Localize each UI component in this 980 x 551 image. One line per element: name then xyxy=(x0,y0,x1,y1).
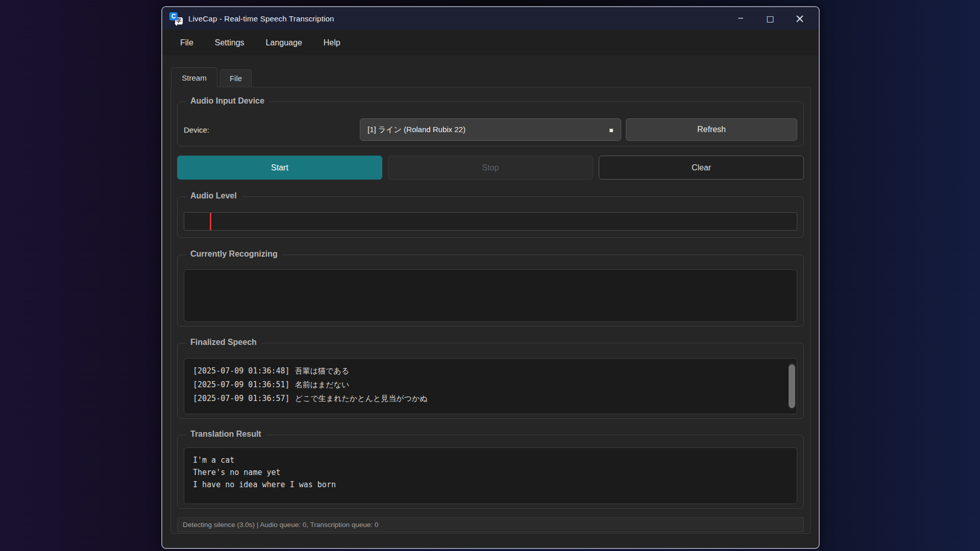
finalized-timestamp: [2025-07-09 01:36:57] xyxy=(193,394,290,403)
device-dropdown[interactable]: [1] ライン (Roland Rubix 22) ▪ xyxy=(360,118,621,141)
menu-item-settings[interactable]: Settings xyxy=(204,34,255,52)
recognizing-textbox[interactable] xyxy=(184,269,797,322)
finalized-line: [2025-07-09 01:36:57]どこで生まれたかとんと見当がつかぬ xyxy=(193,392,783,406)
app-icon-letter: C xyxy=(169,12,178,20)
finalized-line: [2025-07-09 01:36:51]名前はまだない xyxy=(193,378,783,392)
window-controls: ─ □ × xyxy=(726,9,815,28)
dropdown-indicator-icon: ▪ xyxy=(609,126,614,134)
audio-level-meter xyxy=(184,212,797,231)
audio-level-title: Audio Level xyxy=(186,191,241,201)
scrollbar-thumb[interactable] xyxy=(789,364,795,408)
audio-input-device-group: Audio Input Device Device: [1] ライン (Rola… xyxy=(177,102,804,146)
scrollbar-track[interactable] xyxy=(789,361,795,411)
finalized-text: 吾輩は猫である xyxy=(295,366,349,375)
refresh-button[interactable]: Refresh xyxy=(626,118,797,141)
device-label: Device: xyxy=(184,126,360,134)
finalized-speech-title: Finalized Speech xyxy=(186,338,261,347)
minimize-icon[interactable]: ─ xyxy=(726,9,755,28)
translation-line: There's no name yet xyxy=(193,466,789,479)
menu-item-language[interactable]: Language xyxy=(255,34,313,52)
translation-line: I have no idea where I was born xyxy=(193,479,789,491)
finalized-text: どこで生まれたかとんと見当がつかぬ xyxy=(295,394,428,403)
menu-item-file[interactable]: File xyxy=(169,34,204,52)
currently-recognizing-group: Currently Recognizing xyxy=(177,255,804,327)
maximize-icon[interactable]: □ xyxy=(755,9,785,28)
finalized-timestamp: [2025-07-09 01:36:48] xyxy=(193,366,290,375)
currently-recognizing-title: Currently Recognizing xyxy=(186,249,282,259)
translation-textbox[interactable]: I'm a cat There's no name yet I have no … xyxy=(184,447,797,504)
audio-level-group: Audio Level xyxy=(177,196,804,238)
finalized-timestamp: [2025-07-09 01:36:51] xyxy=(193,380,290,389)
tab-file[interactable]: File xyxy=(220,69,252,87)
translation-result-group: Translation Result I'm a cat There's no … xyxy=(177,435,804,509)
window-title: LiveCap - Real-time Speech Transcription xyxy=(188,14,334,23)
title-bar[interactable]: 字 C LiveCap - Real-time Speech Transcrip… xyxy=(162,7,819,30)
finalized-speech-textbox[interactable]: [2025-07-09 01:36:48]吾輩は猫である [2025-07-09… xyxy=(184,358,797,414)
translation-line: I'm a cat xyxy=(193,454,789,466)
finalized-line: [2025-07-09 01:36:48]吾輩は猫である xyxy=(193,364,783,378)
finalized-speech-group: Finalized Speech [2025-07-09 01:36:48]吾輩… xyxy=(177,343,804,419)
app-icon: 字 C xyxy=(169,12,183,25)
close-icon[interactable]: × xyxy=(785,9,815,28)
status-bar: Detecting silence (3.0s) | Audio queue: … xyxy=(177,517,804,532)
clear-button[interactable]: Clear xyxy=(599,156,804,180)
app-icon-bubble-tail xyxy=(175,23,178,26)
tab-bar: Stream File xyxy=(171,67,811,87)
app-window: 字 C LiveCap - Real-time Speech Transcrip… xyxy=(161,6,820,549)
audio-level-marker xyxy=(210,213,211,230)
translation-result-title: Translation Result xyxy=(186,430,266,439)
finalized-text: 名前はまだない xyxy=(295,380,350,389)
tab-stream[interactable]: Stream xyxy=(171,67,217,87)
device-row: Device: [1] ライン (Roland Rubix 22) ▪ Refr… xyxy=(178,102,803,141)
transport-controls: Start Stop Clear xyxy=(177,156,804,180)
tab-pane: Audio Input Device Device: [1] ライン (Rola… xyxy=(170,87,811,534)
status-text: Detecting silence (3.0s) | Audio queue: … xyxy=(183,521,378,529)
audio-input-device-title: Audio Input Device xyxy=(186,96,269,106)
stop-button[interactable]: Stop xyxy=(388,156,593,180)
menu-bar: File Settings Language Help xyxy=(162,30,819,56)
device-dropdown-value: [1] ライン (Roland Rubix 22) xyxy=(368,125,465,135)
start-button[interactable]: Start xyxy=(177,156,382,180)
menu-item-help[interactable]: Help xyxy=(313,34,351,52)
